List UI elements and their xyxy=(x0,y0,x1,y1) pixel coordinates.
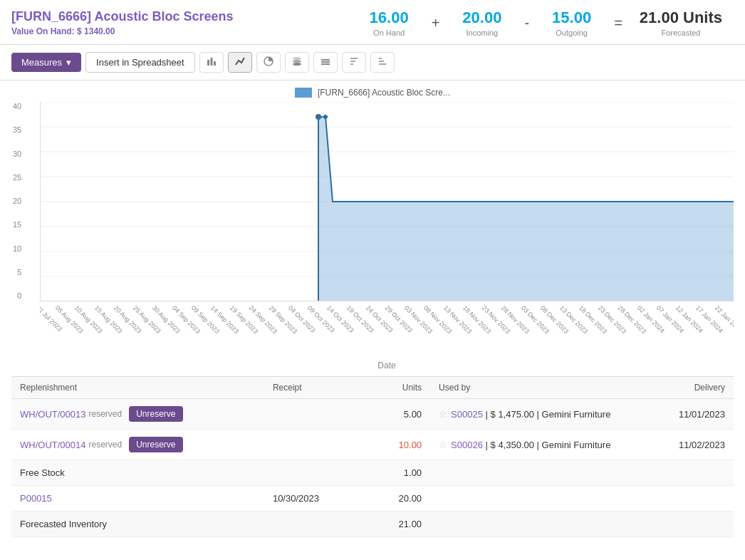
replenishment-link[interactable]: WH/OUT/00014 xyxy=(20,440,85,450)
sort-desc-icon xyxy=(377,56,387,66)
column-chart-button[interactable] xyxy=(313,52,338,73)
insert-spreadsheet-button[interactable]: Insert in Spreadsheet xyxy=(85,52,195,73)
svg-rect-2 xyxy=(214,61,216,66)
svg-rect-8 xyxy=(321,61,330,63)
page-header: [FURN_6666] Acoustic Bloc Screens Value … xyxy=(0,0,745,45)
delivery-cell: 11/01/2023 xyxy=(647,399,734,430)
replenishment-status: reserved xyxy=(88,440,122,450)
usedby-detail: | $ 1,475.00 | Gemini Furniture xyxy=(483,409,610,420)
delivery-cell xyxy=(647,512,734,537)
sort-desc-button[interactable] xyxy=(370,52,395,73)
usedby-detail: | $ 4,350.00 | Gemini Furniture xyxy=(483,440,610,450)
incoming-stat: 20.00 Incoming xyxy=(445,9,519,37)
units-cell: 10.00 xyxy=(358,430,430,460)
table-row: Forecasted Inventory21.00 xyxy=(11,512,734,537)
usedby-cell xyxy=(430,486,647,512)
units-cell: 5.00 xyxy=(358,399,430,430)
usedby-cell: ☆S00025 | $ 1,475.00 | Gemini Furniture xyxy=(430,399,647,430)
legend-label: [FURN_6666] Acoustic Bloc Scre... xyxy=(318,88,450,98)
forecasted-stat: 21.00 Units Forecasted xyxy=(628,9,734,37)
measures-button[interactable]: Measures ▾ xyxy=(11,53,81,72)
units-cell: 20.00 xyxy=(358,486,430,512)
line-chart-icon xyxy=(235,56,245,66)
delivery-cell: 11/02/2023 xyxy=(647,430,734,460)
replenishment-text: Free Stock xyxy=(20,467,65,478)
replenishment-cell: Forecasted Inventory xyxy=(11,512,264,537)
svg-point-5 xyxy=(293,60,301,63)
table-header: Replenishment Receipt Units Used by Deli… xyxy=(11,377,734,399)
table-row: P0001510/30/202320.00 xyxy=(11,486,734,512)
replenishment-link[interactable]: P00015 xyxy=(20,493,52,504)
units-cell: 21.00 xyxy=(358,512,430,537)
replenishment-cell: Free Stock xyxy=(11,460,264,486)
receipt-cell xyxy=(264,399,358,430)
replenishment-cell: WH/OUT/00013 reservedUnreserve xyxy=(11,399,264,430)
replenishment-status: reserved xyxy=(88,409,122,419)
sort-asc-icon xyxy=(349,56,359,66)
product-title: [FURN_6666] Acoustic Bloc Screens xyxy=(11,9,353,24)
unreserve-button[interactable]: Unreserve xyxy=(129,437,182,452)
delivery-cell xyxy=(647,460,734,486)
legend-color-swatch xyxy=(295,88,312,98)
receipt-cell xyxy=(264,460,358,486)
svg-rect-9 xyxy=(321,63,330,65)
col-header-units: Units xyxy=(358,377,430,399)
data-table-container: Replenishment Receipt Units Used by Deli… xyxy=(0,376,745,549)
sort-asc-button[interactable] xyxy=(342,52,366,73)
replenishment-cell: P00015 xyxy=(11,486,264,512)
svg-point-6 xyxy=(293,57,301,60)
star-icon[interactable]: ☆ xyxy=(439,408,448,420)
on-hand-stat: 16.00 On Hand xyxy=(353,9,426,37)
table-row: WH/OUT/00013 reservedUnreserve5.00☆S0002… xyxy=(11,399,734,430)
replenishment-link[interactable]: WH/OUT/00013 xyxy=(20,409,85,420)
delivery-cell xyxy=(647,486,734,512)
stack-chart-button[interactable] xyxy=(285,52,309,73)
svg-rect-7 xyxy=(321,59,330,61)
outgoing-stat: 15.00 Outgoing xyxy=(535,9,608,37)
value-on-hand: Value On Hand: $ 1340.00 xyxy=(11,26,353,36)
bar-chart-icon xyxy=(207,56,217,66)
star-icon[interactable]: ☆ xyxy=(439,439,448,450)
chart-plot: 40 35 30 25 20 15 10 5 0 xyxy=(40,102,734,301)
x-axis-title: Date xyxy=(40,361,734,370)
usedby-cell xyxy=(430,512,647,537)
svg-rect-1 xyxy=(210,58,212,66)
table-row: WH/OUT/00014 reservedUnreserve10.00☆S000… xyxy=(11,430,734,460)
receipt-cell xyxy=(264,512,358,537)
chart-area-fill xyxy=(41,117,734,301)
chart-legend: [FURN_6666] Acoustic Bloc Scre... xyxy=(11,88,734,98)
col-header-receipt: Receipt xyxy=(264,377,358,399)
usedby-cell xyxy=(430,460,647,486)
col-header-delivery: Delivery xyxy=(647,377,734,399)
bar-chart-button[interactable] xyxy=(199,52,224,73)
receipt-cell xyxy=(264,430,358,460)
column-chart-icon xyxy=(321,56,330,66)
col-header-replenishment: Replenishment xyxy=(11,377,264,399)
chart-spike-dot xyxy=(323,115,328,119)
replenishment-text: Forecasted Inventory xyxy=(20,519,107,529)
usedby-link[interactable]: S00025 xyxy=(451,409,483,420)
col-header-usedby: Used by xyxy=(430,377,647,399)
dropdown-arrow-icon: ▾ xyxy=(66,57,71,68)
chart-area: [FURN_6666] Acoustic Bloc Scre... 40 35 … xyxy=(0,81,745,370)
table-row: Free Stock1.00 xyxy=(11,460,734,486)
usedby-link[interactable]: S00026 xyxy=(451,440,483,450)
unreserve-button[interactable]: Unreserve xyxy=(129,406,182,422)
chart-peak-dot xyxy=(316,114,321,120)
receipt-cell: 10/30/2023 xyxy=(264,486,358,512)
replenishment-table: Replenishment Receipt Units Used by Deli… xyxy=(11,376,734,537)
usedby-cell: ☆S00026 | $ 4,350.00 | Gemini Furniture xyxy=(430,430,647,460)
pie-chart-button[interactable] xyxy=(256,52,281,73)
chart-svg xyxy=(40,102,734,301)
units-cell: 1.00 xyxy=(358,460,430,486)
chart-toolbar: Measures ▾ Insert in Spreadsheet xyxy=(0,45,745,81)
svg-rect-0 xyxy=(207,60,209,66)
svg-point-4 xyxy=(293,63,301,66)
pie-chart-icon xyxy=(264,56,273,66)
table-body: WH/OUT/00013 reservedUnreserve5.00☆S0002… xyxy=(11,399,734,537)
line-chart-button[interactable] xyxy=(228,52,252,73)
y-axis: 40 35 30 25 20 15 10 5 0 xyxy=(13,102,21,301)
inventory-stats: 16.00 On Hand + 20.00 Incoming - 15.00 O… xyxy=(353,9,734,37)
x-axis-container: 31 Jul 202305 Aug 202310 Aug 202315 Aug … xyxy=(40,301,734,355)
stack-icon xyxy=(292,56,302,66)
